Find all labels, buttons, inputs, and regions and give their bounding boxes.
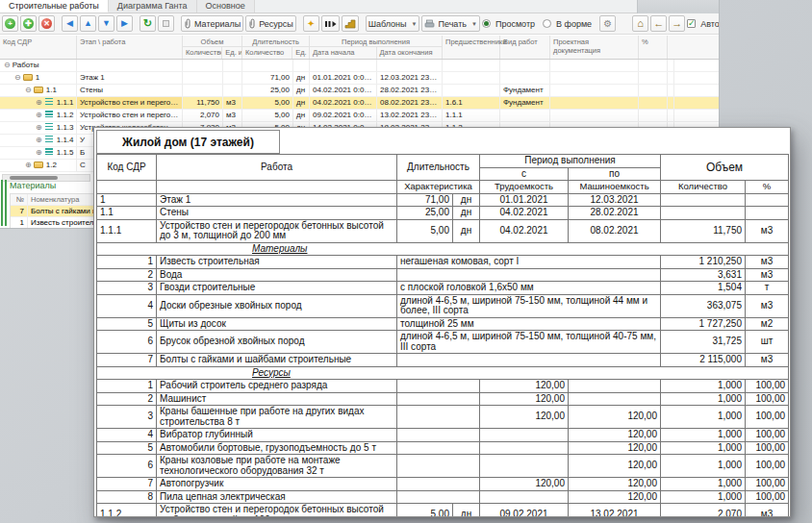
collapse-icon[interactable]: ⊖	[14, 73, 21, 82]
report-subheader-empty	[97, 181, 157, 194]
home-icon: ⌂	[637, 18, 644, 29]
report-resource-row[interactable]: 4Вибратор глубинный120,001,000100,00	[97, 429, 789, 442]
folder-icon	[23, 74, 33, 81]
tab-gantt-chart[interactable]: Диаграмма Ганта	[109, 0, 197, 12]
refresh-icon: ↻	[143, 18, 152, 29]
column-header-predecessors[interactable]: Предшественники	[443, 36, 500, 59]
document-icon	[45, 123, 53, 130]
sort-button[interactable]	[321, 15, 340, 32]
report-material-row[interactable]: 2Вода3,631м3	[97, 268, 789, 282]
tree-row-1.1.1[interactable]: ⊕1.1.1Устройство стен и перегородок...11…	[0, 97, 720, 110]
column-header-stage[interactable]: Этап \ работа	[77, 36, 183, 59]
back-button[interactable]: ←	[650, 15, 667, 32]
add-copy-button[interactable]: ✚	[20, 15, 37, 32]
collapse-icon[interactable]: ⊖	[25, 86, 32, 94]
report-resource-row[interactable]: 6Краны козловые при работе на монтаже те…	[97, 455, 789, 478]
delete-button[interactable]: ✕	[38, 15, 55, 32]
forward-arrow-icon: →	[672, 18, 682, 29]
report-header-code: Код СДР	[97, 155, 157, 181]
in-form-radio[interactable]	[543, 19, 551, 28]
levels-button[interactable]	[342, 15, 359, 32]
report-resource-row[interactable]: 8Пила цепная электрическая120,001,000100…	[97, 490, 789, 504]
expand-icon[interactable]: ⊕	[36, 123, 42, 132]
grid-header: Код СДР Этап \ работа Объем КоличествоЕд…	[0, 36, 720, 60]
settings-button[interactable]: ⚙	[599, 15, 616, 32]
tree-row-1.1.2[interactable]: ⊕1.1.2Устройство стен и перегородок...2,…	[0, 110, 720, 122]
report-material-row[interactable]: 1Известь строительнаянегашеная комовая, …	[97, 256, 789, 269]
report-resource-row[interactable]: 1Рабочий строитель среднего разряда120,0…	[97, 380, 789, 393]
panel-splitter[interactable]	[1, 180, 3, 226]
printer-icon	[424, 19, 435, 29]
folder-icon	[34, 162, 43, 168]
chevron-down-icon: ▼	[471, 21, 477, 27]
panel-splitter[interactable]	[5, 180, 7, 226]
tree-row-1[interactable]: ⊖1Этаж 171,00дн01.01.2021 0:00...12.03.2…	[0, 72, 720, 85]
report-subheader-labor: Трудоемкость	[480, 181, 569, 194]
column-header-work-kind[interactable]: Вид работ	[500, 36, 550, 59]
filter-button[interactable]: ✦	[303, 15, 319, 32]
report-subheader-percent: %	[746, 181, 789, 194]
add-copy-icon: ✚	[23, 18, 34, 29]
column-header-code[interactable]: Код СДР	[0, 36, 77, 59]
expand-icon[interactable]: ⊕	[25, 161, 32, 169]
home-button[interactable]: ⌂	[632, 15, 648, 32]
expand-icon[interactable]: ⊕	[36, 148, 42, 157]
autocalc-label: Авторасчет	[700, 19, 719, 29]
report-header-duration: Длительность	[397, 155, 480, 181]
tab-main[interactable]: Основное	[197, 0, 255, 12]
move-left-icon: ◀	[66, 19, 73, 28]
column-group-duration[interactable]: Длительность КоличествоЕд.	[242, 36, 310, 59]
report-material-row[interactable]: 7Болты с гайками и шайбами строительные2…	[97, 354, 789, 367]
column-header-project-docs[interactable]: Проектная документация	[550, 36, 639, 59]
expand-icon[interactable]: ⊕	[36, 98, 42, 107]
report-section-row[interactable]: Материалы	[97, 242, 789, 256]
move-down-button[interactable]: ▼	[98, 15, 114, 32]
back-arrow-icon: ←	[653, 18, 664, 29]
column-header-percent[interactable]: %	[639, 36, 668, 59]
report-material-row[interactable]: 4Доски обрезные хвойных породдлиной 4-6,…	[97, 294, 789, 317]
report-material-row[interactable]: 3Гвозди строительныес плоской головкой 1…	[97, 282, 789, 295]
chevron-down-icon: ▼	[412, 21, 418, 27]
forward-button[interactable]: →	[669, 15, 685, 32]
move-right-button[interactable]: ▶	[116, 15, 133, 32]
column-group-volume[interactable]: Объем КоличествоЕд. изм	[183, 36, 242, 59]
gear-icon: ⚙	[603, 19, 612, 29]
move-left-button[interactable]: ◀	[62, 15, 78, 32]
column-group-period[interactable]: Период выполнения Дата началаДата оконча…	[310, 36, 443, 59]
report-subheader-quantity: Количество	[661, 181, 746, 194]
tab-construction-works[interactable]: Строительные работы	[0, 0, 109, 12]
templates-button[interactable]: Шаблоны▼	[366, 15, 420, 32]
materials-button[interactable]: Материалы	[181, 15, 243, 32]
tab-bar: Строительные работы Диаграмма Ганта Осно…	[0, 0, 719, 13]
document-icon	[45, 98, 53, 105]
expand-icon[interactable]: ⊕	[36, 111, 42, 119]
report-resource-row[interactable]: 7Автопогрузчик120,00120,001,000100,00	[97, 478, 789, 491]
report-section-row[interactable]: Ресурсы	[97, 366, 789, 380]
scrollbar-thumb[interactable]	[10, 176, 58, 180]
report-resource-row[interactable]: 2Машинист120,001,000100,00	[97, 392, 789, 406]
add-button[interactable]: +	[2, 15, 18, 32]
stop-button[interactable]	[158, 15, 174, 32]
collapse-icon[interactable]: ⊖	[4, 61, 11, 69]
tree-row-1.1[interactable]: ⊖1.1Стены25,00дн04.02.2021 0:00...28.02.…	[0, 85, 720, 97]
report-work-row[interactable]: 1.1.1Устройство стен и перегородок бетон…	[97, 219, 789, 242]
report-material-row[interactable]: 6Брусок обрезной хвойных породдлиной 4-6…	[97, 331, 789, 354]
report-group-row[interactable]: 1.1Стены25,00дн04.02.202128.02.2021	[97, 207, 789, 220]
in-form-radio-label: В форме	[556, 19, 592, 29]
report-resource-row[interactable]: 3Краны башенные при работе на других вид…	[97, 406, 789, 429]
print-button[interactable]: Печать▼	[421, 15, 479, 32]
report-group-row[interactable]: 1Этаж 171,00дн01.01.202112.03.2021	[97, 193, 789, 207]
refresh-button[interactable]: ↻	[140, 15, 156, 32]
resources-button[interactable]: Ресурсы	[245, 15, 296, 32]
tree-row-Работы[interactable]: ⊖Работы	[0, 60, 720, 72]
autocalc-checkbox[interactable]: ✓	[687, 19, 696, 28]
report-resource-row[interactable]: 5Автомобили бортовые, грузоподъемность д…	[97, 441, 789, 455]
view-radio[interactable]	[482, 19, 491, 28]
report-material-row[interactable]: 5Щиты из досоктолщиной 25 мм1 727,250м2	[97, 317, 789, 331]
report-work-row[interactable]: 1.1.2Устройство стен и перегородок бетон…	[97, 504, 789, 518]
levels-icon	[344, 19, 356, 29]
expand-icon[interactable]: ⊕	[36, 136, 42, 144]
delete-icon: ✕	[41, 18, 52, 29]
document-icon	[45, 148, 53, 155]
move-up-button[interactable]: ▲	[80, 15, 96, 32]
